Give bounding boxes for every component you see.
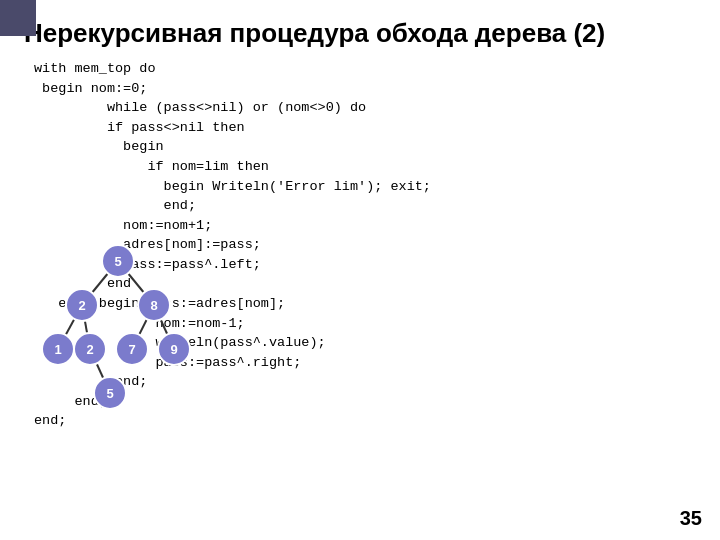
svg-text:5: 5 — [106, 386, 113, 401]
svg-text:5: 5 — [114, 254, 121, 269]
svg-text:9: 9 — [170, 342, 177, 357]
tree-diagram: 52812795 — [38, 237, 198, 417]
slide-title: Нерекурсивная процедура обхода дерева (2… — [24, 18, 696, 49]
svg-text:8: 8 — [150, 298, 157, 313]
svg-text:2: 2 — [78, 298, 85, 313]
corner-decoration — [0, 0, 36, 36]
page-number: 35 — [680, 507, 702, 530]
svg-text:1: 1 — [54, 342, 61, 357]
svg-text:7: 7 — [128, 342, 135, 357]
svg-text:2: 2 — [86, 342, 93, 357]
slide: Нерекурсивная процедура обхода дерева (2… — [0, 0, 720, 540]
